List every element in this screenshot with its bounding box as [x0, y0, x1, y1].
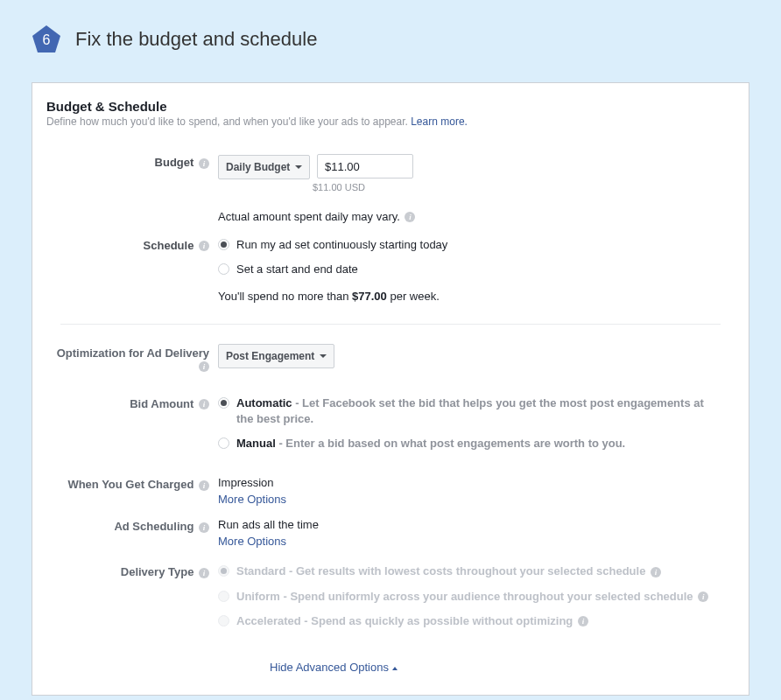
radio-icon: [218, 565, 229, 577]
charged-row: When You Get Charged i Impression More O…: [46, 476, 735, 506]
budget-label: Budget i: [46, 150, 218, 228]
ad-scheduling-more-options-link[interactable]: More Options: [218, 535, 286, 548]
radio-icon: [218, 239, 229, 250]
hide-advanced-options-link[interactable]: Hide Advanced Options: [0, 661, 735, 674]
info-icon[interactable]: i: [199, 241, 209, 251]
delivery-type-row: Delivery Type i Standard - Get results w…: [46, 560, 735, 638]
optimization-row: Optimization for Ad Delivery i Post Enga…: [46, 340, 735, 373]
delivery-standard-option: Standard - Get results with lowest costs…: [218, 564, 717, 579]
radio-icon: [218, 397, 229, 409]
charged-label: When You Get Charged i: [46, 476, 218, 506]
info-icon[interactable]: i: [405, 212, 415, 222]
bid-amount-label: Bid Amount i: [46, 392, 218, 461]
info-icon[interactable]: i: [199, 568, 209, 578]
info-icon[interactable]: i: [651, 567, 661, 578]
step-header: 6 Fix the budget and schedule: [32, 24, 749, 54]
radio-icon: [218, 591, 229, 602]
ad-scheduling-label: Ad Scheduling i: [46, 518, 218, 548]
budget-amount-input[interactable]: [317, 154, 413, 178]
divider: [60, 324, 721, 325]
schedule-date-range-option[interactable]: Set a start and end date: [218, 262, 717, 277]
step-number: 6: [43, 32, 51, 48]
info-icon[interactable]: i: [199, 399, 209, 410]
charged-value: Impression: [218, 476, 717, 489]
budget-type-dropdown[interactable]: Daily Budget: [218, 155, 310, 179]
radio-icon: [218, 615, 229, 626]
info-icon[interactable]: i: [199, 480, 209, 491]
panel-title: Budget & Schedule: [46, 99, 735, 114]
optimization-dropdown[interactable]: Post Engagement: [218, 344, 334, 368]
bid-manual-option[interactable]: Manual - Enter a bid based on what post …: [218, 436, 717, 452]
budget-vary-note: Actual amount spent daily may vary. i: [218, 210, 717, 223]
budget-row: Budget i Daily Budget $11.00 USD Actual …: [46, 150, 735, 228]
step-badge: 6: [32, 24, 61, 54]
chevron-down-icon: [295, 165, 302, 169]
weekly-spend-note: You'll spend no more than $77.00 per wee…: [218, 290, 717, 303]
ad-scheduling-row: Ad Scheduling i Run ads all the time Mor…: [46, 518, 735, 548]
charged-more-options-link[interactable]: More Options: [218, 493, 286, 506]
bid-automatic-option[interactable]: Automatic - Let Facebook set the bid tha…: [218, 396, 717, 427]
delivery-accelerated-option: Accelerated - Spend as quickly as possib…: [218, 613, 717, 629]
info-icon[interactable]: i: [199, 522, 209, 533]
delivery-uniform-option: Uniform - Spend uniformly across your au…: [218, 589, 717, 605]
delivery-type-label: Delivery Type i: [46, 560, 218, 638]
chevron-down-icon: [320, 354, 327, 358]
info-icon[interactable]: i: [199, 361, 209, 372]
info-icon[interactable]: i: [578, 616, 588, 626]
schedule-continuous-option[interactable]: Run my ad set continuously starting toda…: [218, 237, 717, 253]
optimization-label: Optimization for Ad Delivery i: [46, 340, 218, 373]
ad-scheduling-value: Run ads all the time: [218, 518, 717, 531]
schedule-label: Schedule i: [46, 234, 218, 308]
budget-schedule-panel: Budget & Schedule Define how much you'd …: [32, 82, 749, 696]
info-icon[interactable]: i: [698, 592, 708, 602]
step-title: Fix the budget and schedule: [75, 28, 317, 51]
learn-more-link[interactable]: Learn more.: [411, 116, 468, 128]
info-icon[interactable]: i: [199, 158, 209, 169]
radio-icon: [218, 263, 229, 275]
schedule-row: Schedule i Run my ad set continuously st…: [46, 234, 735, 308]
bid-amount-row: Bid Amount i Automatic - Let Facebook se…: [46, 392, 735, 461]
budget-usd-note: $11.00 USD: [313, 182, 717, 192]
chevron-up-icon: [392, 667, 398, 670]
panel-description: Define how much you'd like to spend, and…: [46, 116, 735, 128]
radio-icon: [218, 438, 229, 449]
